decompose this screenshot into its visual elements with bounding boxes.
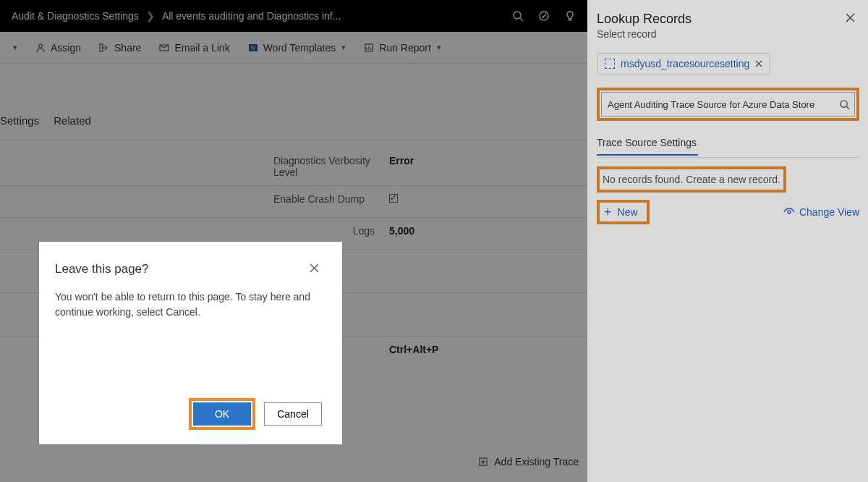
verbosity-label: Diagnostics Verbosity Level bbox=[268, 148, 383, 185]
command-overflow[interactable]: ▾ bbox=[6, 40, 23, 55]
highlight-no-records: No records found. Create a new record. bbox=[597, 166, 786, 193]
entity-tag-label: msdyusd_tracesourcesetting bbox=[621, 58, 749, 69]
chevron-down-icon: ▾ bbox=[13, 43, 17, 52]
crash-dump-checkbox[interactable] bbox=[383, 186, 587, 217]
add-existing-trace-button[interactable]: Add Existing Trace bbox=[478, 456, 579, 468]
verbosity-value[interactable]: Error bbox=[383, 148, 587, 185]
word-templates-label: Word Templates bbox=[263, 42, 336, 54]
dialog-body: You won't be able to return to this page… bbox=[55, 289, 322, 398]
change-view-button[interactable]: Change View bbox=[783, 206, 859, 218]
cancel-button[interactable]: Cancel bbox=[264, 402, 322, 426]
section-underline bbox=[597, 154, 698, 156]
highlight-search bbox=[597, 88, 859, 121]
leave-page-dialog: Leave this page? You won't be able to re… bbox=[39, 242, 342, 444]
lookup-title: Lookup Records bbox=[597, 12, 692, 27]
share-icon bbox=[98, 42, 110, 54]
shortcut-value[interactable]: Ctrl+Alt+P bbox=[383, 337, 587, 368]
task-icon[interactable] bbox=[538, 10, 550, 22]
email-link-label: Email a Link bbox=[174, 42, 229, 54]
breadcrumb: Audit & Diagnostics Settings ❯ All event… bbox=[12, 10, 512, 22]
word-templates-button[interactable]: W Word Templates ▾ bbox=[242, 39, 352, 56]
lookup-section-label: Trace Source Settings bbox=[597, 137, 859, 154]
view-icon bbox=[783, 206, 795, 218]
email-link-button[interactable]: Email a Link bbox=[153, 39, 235, 56]
share-button[interactable]: Share bbox=[93, 39, 147, 56]
lookup-search[interactable] bbox=[601, 92, 855, 117]
entity-icon bbox=[605, 59, 615, 69]
person-icon bbox=[35, 42, 46, 54]
assign-button[interactable]: Assign bbox=[29, 39, 87, 56]
tab-settings[interactable]: Settings bbox=[0, 114, 39, 131]
svg-point-0 bbox=[514, 12, 521, 19]
run-report-button[interactable]: Run Report ▾ bbox=[357, 39, 447, 56]
mail-icon bbox=[158, 42, 170, 54]
report-icon bbox=[363, 42, 375, 54]
svg-point-22 bbox=[841, 100, 847, 106]
remove-tag-icon[interactable] bbox=[755, 60, 762, 67]
svg-line-23 bbox=[846, 106, 849, 109]
lookup-panel: Lookup Records Select record msdyusd_tra… bbox=[587, 0, 868, 482]
share-label: Share bbox=[114, 42, 141, 54]
plus-icon: + bbox=[604, 206, 612, 219]
chevron-right-icon: ❯ bbox=[146, 10, 155, 22]
new-record-label: New bbox=[618, 206, 638, 218]
word-icon: W bbox=[247, 42, 259, 54]
section-divider bbox=[597, 157, 859, 158]
highlight-new: + New bbox=[597, 200, 650, 224]
search-icon[interactable] bbox=[512, 10, 524, 22]
no-records-message: No records found. Create a new record. bbox=[600, 169, 783, 190]
add-existing-icon bbox=[478, 457, 488, 467]
ok-button[interactable]: OK bbox=[193, 402, 251, 426]
change-view-label: Change View bbox=[799, 206, 859, 218]
run-report-label: Run Report bbox=[379, 42, 431, 54]
breadcrumb-root[interactable]: Audit & Diagnostics Settings bbox=[12, 10, 139, 22]
svg-point-24 bbox=[788, 211, 791, 213]
new-record-button[interactable]: + New bbox=[600, 203, 647, 221]
close-icon[interactable] bbox=[307, 262, 322, 274]
close-icon[interactable] bbox=[841, 12, 859, 24]
logs-value[interactable]: 5,000 bbox=[383, 218, 587, 249]
lookup-subtitle: Select record bbox=[597, 28, 859, 40]
svg-text:W: W bbox=[250, 45, 256, 51]
crash-dump-label: Enable Crash Dump bbox=[268, 186, 383, 217]
breadcrumb-page[interactable]: All events auditing and Diagnostics inf.… bbox=[162, 10, 341, 22]
app-header: Audit & Diagnostics Settings ❯ All event… bbox=[0, 0, 587, 32]
lookup-search-input[interactable] bbox=[608, 99, 839, 110]
dialog-title: Leave this page? bbox=[55, 262, 149, 276]
svg-line-1 bbox=[520, 18, 523, 21]
entity-tag[interactable]: msdyusd_tracesourcesetting bbox=[597, 53, 770, 75]
tab-bar: Settings Related bbox=[0, 64, 587, 140]
checkbox-checked-icon bbox=[389, 194, 398, 203]
chevron-down-icon: ▾ bbox=[341, 43, 346, 52]
search-icon[interactable] bbox=[839, 99, 850, 110]
highlight-ok: OK bbox=[189, 398, 255, 430]
tab-related[interactable]: Related bbox=[54, 114, 91, 131]
lightbulb-icon[interactable] bbox=[564, 10, 576, 22]
assign-label: Assign bbox=[51, 42, 81, 54]
svg-point-4 bbox=[39, 44, 43, 48]
command-bar: ▾ Assign Share Email a Link W Word Templ… bbox=[0, 32, 587, 64]
add-existing-label: Add Existing Trace bbox=[494, 456, 579, 468]
chevron-down-icon: ▾ bbox=[437, 43, 441, 52]
